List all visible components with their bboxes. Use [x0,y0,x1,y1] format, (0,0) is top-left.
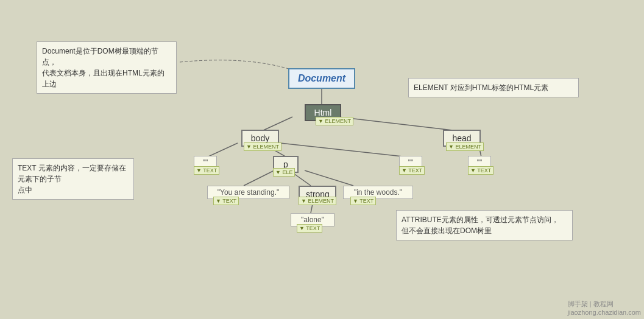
text-badge-head: ▼ TEXT [468,166,494,175]
watermark: 脚手架 | 教程网jiaozhong.chazidian.com [568,300,641,316]
text-annotation: TEXT 元素的内容，一定要存储在元素下的子节 点中 [12,158,134,200]
svg-line-3 [207,143,238,157]
svg-line-1 [262,117,292,131]
text-badge-body-left: ▼ TEXT [194,166,219,175]
svg-line-5 [280,143,408,157]
head-element-badge: ▼ ELEMENT [446,142,484,151]
attribute-annotation: ATTRIBUTE元素的属性，可透过元素节点访问， 但不会直接出现在DOM树里 [396,210,573,240]
svg-line-9 [305,170,353,186]
element-annotation: ELEMENT 对应到HTML标签的HTML元素 [408,78,579,97]
text-badge-you: ▼ TEXT [213,197,239,205]
svg-line-2 [338,117,458,131]
strong-element-badge: ▼ ELEMENT [299,197,336,205]
text-badge-alone: ▼ TEXT [297,224,322,233]
text-badge-body-right: ▼ TEXT [399,166,425,175]
svg-line-7 [244,170,274,186]
text-badge-woods: ▼ TEXT [350,197,376,205]
html-element-badge: ▼ ELEMENT [316,117,353,125]
doc-annotation: Document是位于DOM树最顶端的节点， 代表文档本身，且出现在HTML元素… [37,41,177,94]
p-element-badge: ▼ ELE [273,168,295,177]
body-element-badge: ▼ ELEMENT [244,142,281,151]
node-document: Document [288,68,355,89]
